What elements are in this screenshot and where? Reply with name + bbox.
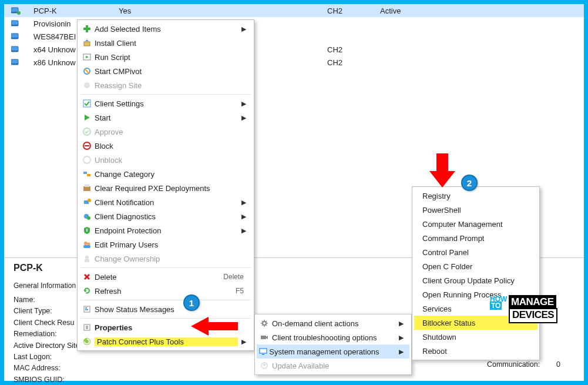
menu-item[interactable]: Endpoint Protection▶	[79, 223, 252, 237]
menu-item: Approve	[79, 125, 252, 139]
menu-item[interactable]: PowerShell	[414, 203, 537, 217]
submenu-arrow-icon: ▶	[238, 213, 246, 220]
menu-item-label: Show Status Messages	[95, 305, 246, 314]
menu-item[interactable]: Command Prompt	[414, 231, 537, 245]
plus-green-icon	[79, 25, 95, 33]
menu-item[interactable]: On-demand client actions▶	[257, 316, 409, 330]
menu-item[interactable]: Registry	[414, 189, 537, 203]
refresh-icon	[79, 287, 95, 295]
menu-item-label: Open C Folder	[422, 262, 532, 271]
menu-item-label: Change Ownership	[95, 255, 246, 263]
svg-rect-38	[85, 259, 89, 262]
menu-item[interactable]: Client Settings▶	[79, 96, 252, 111]
table-row[interactable]: PCP-K Yes CH2 Active	[4, 4, 584, 17]
svg-point-18	[84, 82, 90, 88]
menu-item[interactable]: Client Group Update Policy	[414, 273, 537, 287]
menu-item[interactable]: Change Category	[79, 167, 252, 181]
category-icon	[79, 170, 95, 178]
menu-item[interactable]: Bitlocker Status	[414, 316, 537, 330]
unblock-icon	[79, 156, 95, 164]
menu-item-label: Client Diagnostics	[95, 212, 238, 221]
submenu-arrow-icon: ▶	[395, 334, 404, 342]
svg-rect-33	[86, 229, 88, 232]
menu-item: Unblock	[79, 153, 252, 167]
svg-rect-42	[85, 309, 88, 310]
svg-rect-6	[11, 38, 18, 39]
menu-item-label: Add Selected Items	[95, 25, 238, 34]
menu-item[interactable]: DeleteDelete	[79, 270, 252, 284]
props-icon	[79, 323, 95, 332]
menu-item[interactable]: Client Notification▶	[79, 195, 252, 209]
menu-item-label: Client Settings	[95, 99, 238, 108]
menu-item-label: Reassign Site	[95, 81, 246, 90]
menu-item-label: Registry	[422, 192, 532, 200]
menu-item[interactable]: Run Script	[79, 50, 252, 64]
menu-item[interactable]: Open Running Process	[414, 287, 537, 302]
menu-item[interactable]: Patch Connect Plus Tools▶	[79, 334, 252, 349]
site-icon	[79, 81, 95, 89]
menu-item-label: Clear Required PXE Deployments	[95, 184, 246, 193]
menu-item-label: Start	[95, 113, 238, 122]
menu-item[interactable]: Edit Primary Users	[79, 237, 252, 252]
delete-x-icon	[79, 273, 95, 281]
annotation-arrow-icon	[427, 151, 458, 188]
menu-item-label: Endpoint Protection	[95, 226, 238, 235]
menu-item[interactable]: System management operations▶	[257, 344, 409, 359]
menu-item-label: Properties	[95, 323, 246, 332]
menu-item[interactable]: Open C Folder	[414, 259, 537, 273]
menu-item[interactable]: Computer Management	[414, 217, 537, 231]
svg-marker-51	[263, 363, 266, 366]
svg-point-32	[87, 216, 90, 220]
svg-point-34	[84, 242, 88, 245]
menu-item[interactable]: Clear Required PXE Deployments	[79, 181, 252, 195]
menu-item[interactable]: Start▶	[79, 111, 252, 125]
menu-item-label: PowerShell	[422, 206, 532, 215]
svg-marker-14	[85, 39, 89, 41]
menu-item-label: Bitlocker Status	[422, 319, 532, 327]
menu-item-label: Client troubleshoooting options	[272, 333, 395, 342]
menu-item[interactable]: Shutdown	[414, 330, 537, 344]
pivot-icon	[79, 67, 95, 75]
menu-item: Update Available	[257, 359, 409, 373]
svg-point-24	[83, 156, 90, 163]
menu-item[interactable]: Start CMPivot	[79, 64, 252, 78]
menu-item-label: Control Panel	[422, 248, 532, 257]
menu-item-label: Run Script	[95, 53, 246, 62]
menu-item[interactable]: Control Panel	[414, 245, 537, 259]
owner-icon	[79, 255, 95, 263]
submenu-arrow-icon: ▶	[238, 227, 246, 235]
submenu-arrow-icon: ▶	[238, 114, 246, 122]
menu-item[interactable]: Client troubleshoooting options▶	[257, 330, 409, 344]
menu-item[interactable]: Reboot	[414, 344, 537, 358]
svg-rect-41	[85, 307, 87, 309]
menu-item[interactable]: Properties	[79, 320, 252, 334]
block-icon	[79, 142, 95, 150]
submenu-arrow-icon: ▶	[238, 199, 246, 206]
install-icon	[79, 39, 95, 47]
svg-marker-39	[85, 289, 87, 292]
svg-marker-20	[85, 115, 90, 120]
menu-item[interactable]: Block	[79, 139, 252, 153]
play-green-icon	[79, 113, 95, 122]
device-icon	[11, 45, 33, 53]
svg-rect-23	[85, 145, 89, 146]
menu-item[interactable]: Install Client	[79, 36, 252, 50]
svg-point-35	[88, 243, 90, 246]
svg-rect-8	[11, 51, 18, 52]
menu-item[interactable]: Add Selected Items▶	[79, 22, 252, 36]
context-menu-primary: Add Selected Items▶Install ClientRun Scr…	[77, 19, 254, 351]
status-icon	[79, 305, 95, 313]
menu-item[interactable]: Client Diagnostics▶	[79, 209, 252, 223]
device-icon	[11, 32, 33, 41]
menu-item[interactable]: Show Status Messages	[79, 302, 252, 316]
menu-item[interactable]: Services	[414, 302, 537, 316]
run-script-icon	[79, 53, 95, 61]
menu-item-label: Install Client	[95, 39, 246, 48]
app-window: PCP-K Yes CH2 Active Provisionin WES847B…	[4, 4, 584, 381]
shield-green-icon	[79, 226, 95, 235]
menu-item-label: Open Running Process	[422, 290, 532, 299]
svg-point-30	[88, 199, 91, 202]
settings-check-icon	[79, 99, 95, 108]
menu-item[interactable]: RefreshF5	[79, 284, 252, 298]
context-menu-tools: RegistryPowerShellComputer ManagementCom…	[412, 186, 540, 360]
